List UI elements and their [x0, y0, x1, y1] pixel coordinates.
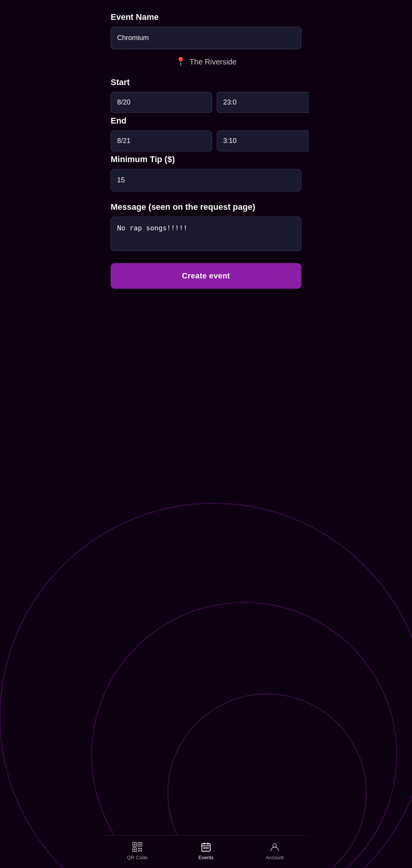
bottom-navigation: QR Code Events Account	[103, 835, 309, 868]
nav-qr-label: QR Code	[127, 855, 148, 860]
qr-code-icon	[132, 842, 143, 852]
message-label: Message (seen on the request page)	[111, 202, 301, 212]
nav-item-account[interactable]: Account	[240, 842, 309, 860]
svg-rect-6	[139, 844, 141, 845]
events-icon	[201, 842, 211, 852]
min-tip-input[interactable]	[111, 169, 301, 191]
nav-item-events[interactable]: Events	[172, 842, 240, 860]
event-name-label: Event Name	[111, 12, 301, 22]
end-label: End	[111, 116, 301, 126]
account-icon	[269, 842, 280, 852]
svg-rect-8	[134, 849, 135, 850]
nav-events-label: Events	[198, 855, 214, 860]
svg-rect-4	[134, 844, 135, 845]
start-time-input[interactable]	[217, 92, 309, 113]
location-text: The Riverside	[190, 58, 237, 66]
location-row: 📍 The Riverside	[111, 57, 301, 67]
message-textarea[interactable]: No rap songs!!!!!	[111, 217, 301, 251]
svg-point-1	[103, 602, 309, 868]
start-date-input[interactable]	[111, 92, 212, 113]
svg-rect-11	[138, 850, 140, 852]
start-date-time-row	[111, 92, 301, 113]
svg-point-0	[103, 503, 309, 868]
svg-rect-19	[207, 847, 209, 849]
create-event-button[interactable]: Create event	[111, 263, 301, 289]
end-time-input[interactable]	[217, 130, 309, 151]
start-label: Start	[111, 77, 301, 87]
svg-rect-12	[140, 850, 142, 852]
nav-item-qr[interactable]: QR Code	[103, 842, 172, 860]
svg-rect-18	[205, 847, 207, 849]
svg-rect-9	[138, 848, 140, 849]
min-tip-label: Minimum Tip ($)	[111, 154, 301, 164]
end-date-input[interactable]	[111, 130, 212, 151]
nav-account-label: Account	[266, 855, 284, 860]
location-pin-icon: 📍	[175, 57, 186, 67]
svg-rect-17	[203, 847, 205, 849]
end-date-time-row	[111, 130, 301, 151]
svg-rect-10	[140, 848, 142, 849]
event-name-input[interactable]	[111, 27, 301, 49]
